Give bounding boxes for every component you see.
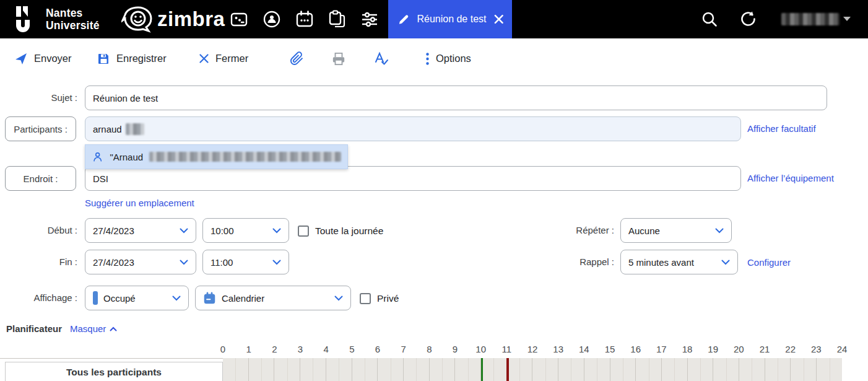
chevron-down-icon <box>272 228 281 234</box>
user-menu-caret-icon[interactable] <box>843 17 851 21</box>
paperclip-icon <box>290 51 304 66</box>
scheduler-cell[interactable] <box>635 358 661 381</box>
display-calendar-select[interactable]: Calendrier <box>195 286 351 310</box>
repeat-label: Répéter : <box>532 225 614 235</box>
scheduler-cell[interactable] <box>584 358 610 381</box>
tasks-icon[interactable] <box>328 10 346 28</box>
configure-link[interactable]: Configurer <box>747 257 791 268</box>
scheduler-cell[interactable] <box>480 358 506 381</box>
scheduler-cell[interactable] <box>403 358 429 381</box>
hour-label: 20 <box>734 344 744 354</box>
chevron-down-icon <box>180 260 188 265</box>
scheduler-cell[interactable] <box>352 358 378 381</box>
hour-label: 10 <box>475 344 486 354</box>
scheduler-cell[interactable] <box>223 358 248 381</box>
event-start-line[interactable] <box>481 358 483 381</box>
autocomplete-dropdown-item[interactable]: "Arnaud <box>85 144 348 169</box>
scheduler-cell[interactable] <box>300 358 326 381</box>
options-button[interactable]: Options <box>426 38 471 79</box>
autocomplete-redacted-text <box>149 152 341 162</box>
person-icon <box>92 151 103 163</box>
scheduler-cell[interactable] <box>248 358 274 381</box>
event-end-line[interactable] <box>506 358 509 381</box>
scheduler-cell[interactable] <box>765 358 791 381</box>
hour-label: 22 <box>785 344 796 354</box>
scheduler-hide-link[interactable]: Masquer <box>70 323 117 334</box>
end-date-select[interactable]: 27/4/2023 <box>85 250 196 274</box>
scheduler-cell[interactable] <box>506 358 532 381</box>
show-equipment-link[interactable]: Afficher l’équipement <box>747 173 834 183</box>
scheduler-cell[interactable] <box>429 358 455 381</box>
user-name-redacted[interactable] <box>781 13 840 25</box>
reminder-value: 5 minutes avant <box>628 257 716 268</box>
participants-value: arnaud <box>93 124 122 134</box>
scheduler-title: Planificateur <box>6 323 62 334</box>
hour-label: 13 <box>553 344 563 354</box>
close-button[interactable]: Fermer <box>199 38 248 79</box>
hour-label: 12 <box>527 344 538 354</box>
contacts-icon[interactable] <box>263 10 281 28</box>
start-time-value: 10:00 <box>210 226 267 236</box>
refresh-icon[interactable] <box>740 11 757 27</box>
all-participants-row[interactable]: Tous les participants <box>5 362 223 381</box>
nantes-universite-logo: Nantes Université <box>15 6 100 32</box>
all-day-checkbox[interactable] <box>298 226 309 237</box>
scheduler-cell[interactable] <box>377 358 403 381</box>
chevron-up-icon <box>110 326 117 331</box>
scheduler-cell[interactable] <box>532 358 558 381</box>
send-icon <box>15 53 27 65</box>
participants-button[interactable]: Participants : <box>5 116 76 141</box>
scheduler-cell[interactable] <box>326 358 352 381</box>
scheduler-cell[interactable] <box>687 358 713 381</box>
scheduler-cell[interactable] <box>816 358 842 381</box>
tab-reunion-de-test[interactable]: Réunion de test <box>388 0 512 38</box>
private-checkbox[interactable] <box>360 293 371 304</box>
calendar-icon[interactable] <box>295 10 314 28</box>
print-button[interactable] <box>332 38 345 79</box>
subject-label: Sujet : <box>0 92 77 103</box>
participants-input[interactable]: arnaud <box>85 116 741 141</box>
zimbra-logo: zimbra <box>121 5 225 33</box>
kebab-menu-icon <box>426 53 429 65</box>
hour-label: 17 <box>656 344 667 354</box>
reminder-label: Rappel : <box>532 256 614 267</box>
mail-icon[interactable] <box>230 10 248 28</box>
scheduler-cell[interactable] <box>274 358 300 381</box>
save-button[interactable]: Enregistrer <box>98 38 167 79</box>
chevron-down-icon <box>715 228 724 234</box>
start-date-select[interactable]: 27/4/2023 <box>85 218 196 243</box>
scheduler-cell[interactable] <box>739 358 765 381</box>
send-button[interactable]: Envoyer <box>15 38 72 79</box>
scheduler-cell[interactable] <box>790 358 816 381</box>
subject-value: Réunion de test <box>93 93 158 103</box>
zimbra-smiley-icon <box>121 5 155 33</box>
hour-label: 6 <box>375 344 380 354</box>
repeat-value: Aucune <box>628 226 710 236</box>
scheduler-cell[interactable] <box>454 358 480 381</box>
scheduler-cell[interactable] <box>610 358 636 381</box>
location-button[interactable]: Endroit : <box>5 166 76 191</box>
tab-close-icon[interactable] <box>494 14 504 24</box>
end-time-select[interactable]: 11:00 <box>202 250 289 274</box>
scheduler-cell[interactable] <box>558 358 584 381</box>
attach-button[interactable] <box>290 38 304 79</box>
suggest-location-link[interactable]: Suggérer un emplacement <box>85 198 194 208</box>
location-input[interactable]: DSI <box>85 166 741 191</box>
display-busy-select[interactable]: Occupé <box>85 286 189 310</box>
display-label: Affichage : <box>0 292 77 303</box>
subject-input[interactable]: Réunion de test <box>85 85 827 110</box>
scheduler-cell[interactable] <box>713 358 739 381</box>
hour-label: 24 <box>837 344 848 354</box>
hour-label: 14 <box>579 344 589 354</box>
reminder-select[interactable]: 5 minutes avant <box>620 250 738 274</box>
search-icon[interactable] <box>701 11 718 27</box>
show-optional-link[interactable]: Afficher facultatif <box>747 123 816 134</box>
scheduler-cell[interactable] <box>661 358 687 381</box>
hour-label: 2 <box>272 344 277 354</box>
start-time-select[interactable]: 10:00 <box>202 218 289 243</box>
preferences-icon[interactable] <box>360 10 379 28</box>
hour-label: 0 <box>220 344 225 354</box>
repeat-select[interactable]: Aucune <box>620 218 732 243</box>
hour-label: 3 <box>298 344 303 354</box>
spellcheck-button[interactable] <box>374 38 389 79</box>
